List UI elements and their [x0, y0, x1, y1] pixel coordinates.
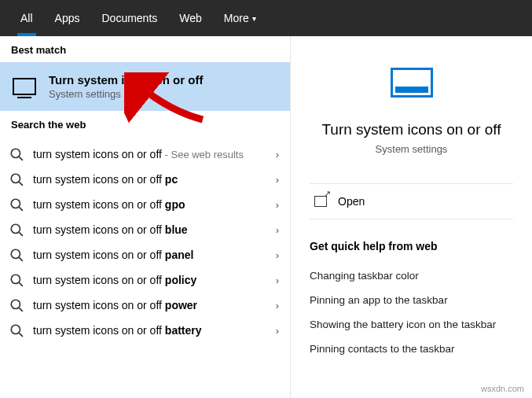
web-result-item[interactable]: turn system icons on or off panel› [0, 242, 290, 267]
svg-line-11 [19, 282, 23, 286]
web-result-text: turn system icons on or off policy [33, 274, 266, 286]
tab-apps[interactable]: Apps [44, 0, 91, 36]
svg-point-6 [11, 224, 20, 233]
best-match-title: Turn system icons on or off [49, 73, 203, 87]
svg-line-13 [19, 308, 23, 311]
web-result-text: turn system icons on or off pc [33, 173, 266, 186]
web-result-text: turn system icons on or off battery [33, 324, 266, 337]
open-label: Open [338, 195, 365, 208]
chevron-right-icon: › [276, 149, 279, 160]
chevron-right-icon: › [276, 275, 279, 286]
best-match-result[interactable]: Turn system icons on or off System setti… [0, 62, 290, 111]
preview-title: Turn system icons on or off [321, 121, 501, 138]
web-result-text: turn system icons on or off power [33, 299, 266, 311]
svg-point-2 [11, 174, 20, 182]
svg-line-1 [19, 157, 23, 160]
web-result-item[interactable]: turn system icons on or off gpo› [0, 192, 290, 217]
tab-all[interactable]: All [9, 0, 44, 36]
svg-point-14 [11, 325, 20, 334]
web-result-item[interactable]: turn system icons on or off blue› [0, 217, 290, 242]
help-link[interactable]: Pinning contacts to the taskbar [310, 337, 513, 361]
tab-documents[interactable]: Documents [90, 0, 168, 36]
chevron-down-icon: ▾ [252, 14, 256, 23]
web-result-text: turn system icons on or off - See web re… [33, 148, 266, 160]
help-link[interactable]: Showing the battery icon on the taskbar [310, 312, 513, 337]
chevron-right-icon: › [276, 224, 279, 236]
web-result-text: turn system icons on or off panel [33, 249, 266, 261]
web-result-item[interactable]: turn system icons on or off pc› [0, 167, 290, 192]
svg-point-8 [11, 249, 20, 258]
chevron-right-icon: › [276, 174, 279, 186]
help-link[interactable]: Changing taskbar color [310, 263, 513, 288]
web-results-list: turn system icons on or off - See web re… [0, 137, 290, 343]
results-panel: Best match Turn system icons on or off S… [0, 36, 291, 398]
web-result-text: turn system icons on or off blue [33, 223, 266, 236]
svg-line-7 [19, 232, 23, 236]
svg-line-9 [19, 257, 23, 261]
svg-line-15 [19, 333, 23, 337]
preview-panel: Turn system icons on or off System setti… [291, 36, 532, 398]
search-scope-tabs: All Apps Documents Web More ▾ [0, 0, 532, 36]
web-result-item[interactable]: turn system icons on or off - See web re… [0, 142, 290, 167]
search-web-heading: Search the web [0, 111, 290, 137]
preview-subtitle: System settings [376, 143, 448, 155]
open-button[interactable]: Open [310, 183, 513, 219]
chevron-right-icon: › [276, 325, 279, 337]
quick-help-section: Get quick help from web Changing taskbar… [310, 240, 513, 361]
svg-line-3 [19, 182, 23, 186]
chevron-right-icon: › [276, 249, 279, 261]
svg-line-5 [19, 207, 23, 211]
watermark: wsxdn.com [481, 384, 524, 393]
web-result-item[interactable]: turn system icons on or off policy› [0, 267, 290, 293]
chevron-right-icon: › [276, 199, 279, 211]
svg-point-10 [11, 275, 20, 283]
help-link[interactable]: Pinning an app to the taskbar [310, 288, 513, 312]
svg-point-0 [11, 149, 20, 157]
best-match-subtitle: System settings [49, 88, 203, 100]
tab-web[interactable]: Web [168, 0, 213, 36]
settings-app-icon [391, 68, 433, 98]
web-result-text: turn system icons on or off gpo [33, 198, 266, 211]
best-match-heading: Best match [0, 36, 290, 62]
svg-point-4 [11, 199, 20, 208]
monitor-icon [13, 78, 36, 95]
quick-help-heading: Get quick help from web [310, 240, 513, 252]
svg-point-12 [11, 300, 20, 308]
chevron-right-icon: › [276, 300, 279, 311]
open-external-icon [314, 196, 327, 207]
tab-more[interactable]: More ▾ [213, 0, 267, 36]
web-result-item[interactable]: turn system icons on or off battery› [0, 318, 290, 343]
tab-more-label: More [224, 12, 249, 24]
web-result-item[interactable]: turn system icons on or off power› [0, 293, 290, 318]
